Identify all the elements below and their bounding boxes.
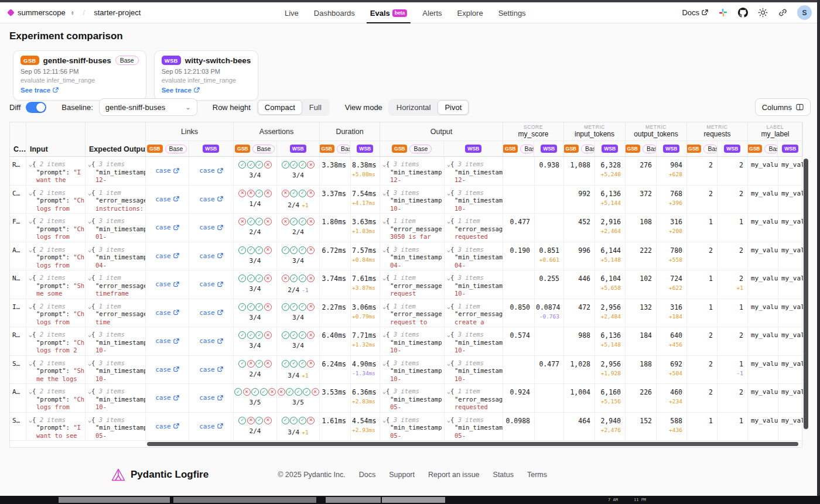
docs-link[interactable]: Docs bbox=[682, 8, 708, 17]
see-trace-link[interactable]: See trace bbox=[20, 87, 59, 94]
item-count: 1 item bbox=[99, 303, 121, 310]
footer-link-status[interactable]: Status bbox=[493, 471, 514, 479]
external-link-icon bbox=[53, 87, 59, 93]
row-height-option-full[interactable]: Full bbox=[302, 100, 329, 115]
case-link[interactable]: case bbox=[199, 252, 223, 260]
case-link[interactable]: case bbox=[199, 224, 223, 231]
check-circle-icon: ✓ bbox=[247, 246, 255, 254]
tab-dashboards[interactable]: Dashboards bbox=[314, 2, 355, 23]
score-wsb-cell bbox=[535, 186, 564, 214]
case-link[interactable]: case bbox=[199, 394, 223, 402]
slack-icon[interactable] bbox=[718, 8, 728, 18]
tab-explore[interactable]: Explore bbox=[457, 2, 483, 23]
case-link[interactable]: case bbox=[199, 423, 223, 430]
json-key: "min_timestamp bbox=[95, 225, 146, 232]
case-link[interactable]: case bbox=[155, 196, 179, 203]
footer-link-docs[interactable]: Docs bbox=[359, 471, 375, 479]
horizontal-scrollbar[interactable] bbox=[147, 442, 798, 446]
org-switcher-icon[interactable]: ▲▼ bbox=[71, 11, 74, 15]
column-subheaders: GSBBaseWSB bbox=[626, 141, 686, 156]
value-diff: +396 bbox=[658, 200, 682, 206]
json-preview-summary: ⌄{ 1 item bbox=[447, 303, 500, 311]
brace: { bbox=[450, 331, 458, 338]
case-link[interactable]: case bbox=[155, 280, 179, 288]
case-cell: R… bbox=[10, 157, 26, 185]
value: 6,160 bbox=[596, 388, 621, 396]
json-key-line: "min_timestamp bbox=[447, 424, 500, 432]
duration-gsb-cell: 6.72ms bbox=[320, 242, 351, 270]
json-value-line: me some bbox=[29, 290, 83, 298]
case-link[interactable]: case bbox=[199, 280, 223, 288]
json-preview-summary: ⌄{ 1 item bbox=[88, 274, 143, 282]
window-top-edge bbox=[0, 0, 820, 2]
brace: { bbox=[450, 359, 458, 366]
see-trace-label: See trace bbox=[20, 87, 50, 94]
value-diff: +0.84ms bbox=[352, 256, 375, 263]
external-link-icon bbox=[173, 395, 179, 401]
case-link[interactable]: case bbox=[155, 337, 179, 345]
json-value-line: 05- bbox=[88, 432, 143, 440]
requests-gsb-cell: 1 bbox=[687, 270, 718, 299]
footer-link-support[interactable]: Support bbox=[389, 471, 415, 479]
json-key: "prompt": bbox=[36, 197, 73, 204]
input-tokens-gsb-cell: 446 bbox=[564, 270, 595, 299]
gsb-badge: GSB bbox=[564, 145, 579, 153]
json-value: "I bbox=[73, 424, 81, 431]
cross-circle-icon: ✕ bbox=[247, 190, 255, 197]
theme-toggle-sun-icon[interactable] bbox=[757, 8, 768, 18]
output-wsb-cell: ⌄{ 3 items"min_timestamp10- bbox=[445, 186, 503, 214]
case-link[interactable]: case bbox=[155, 423, 179, 430]
external-link-icon bbox=[173, 282, 179, 287]
case-link[interactable]: case bbox=[199, 196, 223, 203]
footer-link-report-an-issue[interactable]: Report an issue bbox=[428, 471, 480, 479]
row-height-option-compact[interactable]: Compact bbox=[258, 100, 302, 115]
footer-link-terms[interactable]: Terms bbox=[527, 471, 547, 479]
case-link[interactable]: case bbox=[155, 224, 179, 231]
columns-button[interactable]: Columns bbox=[755, 98, 811, 116]
case-link[interactable]: case bbox=[199, 337, 223, 345]
tab-alerts[interactable]: Alerts bbox=[422, 2, 442, 23]
json-value-line: logs from bbox=[29, 233, 83, 241]
case-link[interactable]: case bbox=[155, 252, 179, 260]
share-link-icon[interactable] bbox=[777, 8, 788, 18]
subcolumn-wsb: WSB bbox=[657, 141, 687, 156]
case-link[interactable]: case bbox=[155, 366, 179, 373]
cross-circle-icon: ✕ bbox=[278, 388, 285, 396]
diff-toggle[interactable] bbox=[26, 102, 46, 113]
case-link[interactable]: case bbox=[155, 167, 179, 174]
value: 6,144 bbox=[596, 246, 621, 255]
tab-settings[interactable]: Settings bbox=[498, 2, 526, 23]
org-name[interactable]: summerscope bbox=[18, 8, 66, 17]
case-link[interactable]: case bbox=[155, 309, 179, 317]
json-key-line: "prompt": "Ch bbox=[29, 253, 83, 262]
github-icon[interactable] bbox=[737, 8, 748, 18]
requests-wsb-cell: 1-1 bbox=[718, 356, 748, 384]
value-diff: +5,658 bbox=[596, 284, 621, 291]
vertical-scrollbar[interactable] bbox=[804, 159, 808, 429]
tab-label: Settings bbox=[498, 9, 526, 18]
tab-live[interactable]: Live bbox=[285, 2, 299, 23]
duration-wsb-cell: 6.36ms+2.83ms bbox=[351, 384, 380, 412]
user-avatar[interactable]: S bbox=[797, 5, 812, 20]
see-trace-link[interactable]: See trace bbox=[162, 87, 200, 94]
view-mode-option-horizontal[interactable]: Horizontal bbox=[390, 100, 438, 115]
case-link[interactable]: case bbox=[199, 366, 223, 373]
json-key: "min_timestamp bbox=[455, 253, 503, 260]
external-link-icon bbox=[217, 196, 223, 202]
view-mode-option-pivot[interactable]: Pivot bbox=[438, 100, 469, 115]
item-count: 3 items bbox=[458, 246, 484, 253]
gsb-badge: GSB bbox=[392, 145, 407, 153]
value-diff: +5.00ms bbox=[352, 171, 375, 177]
experiment-name: gentle-sniff-buses bbox=[43, 56, 111, 65]
baseline-select[interactable]: gentle-sniff-buses ⌄ bbox=[99, 98, 197, 116]
case-link[interactable]: case bbox=[155, 394, 179, 402]
project-name[interactable]: starter-project bbox=[94, 8, 141, 17]
links-cell: case bbox=[146, 413, 189, 441]
assertion-score: 3/4+1 bbox=[288, 371, 308, 379]
value: 7.71ms bbox=[352, 331, 375, 340]
case-link[interactable]: case bbox=[199, 167, 223, 174]
tab-evals[interactable]: Evalsbeta bbox=[370, 2, 407, 23]
assertion-icons: ✓✓✓✕ bbox=[282, 161, 315, 169]
case-link[interactable]: case bbox=[199, 309, 223, 317]
duration-wsb-cell: 4.90ms-1.34ms bbox=[351, 356, 380, 384]
